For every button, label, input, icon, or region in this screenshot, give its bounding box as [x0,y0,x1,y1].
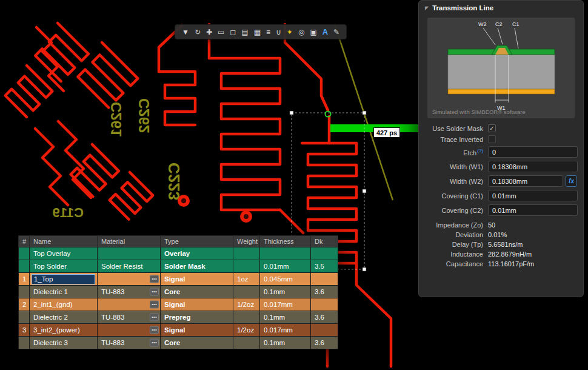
highlight-icon[interactable]: ✦ [287,29,293,36]
impedance-row: Impedance (Zo) 50 [425,221,577,229]
layers-icon[interactable]: ▤ [241,29,248,36]
material-picker-button[interactable]: ••• [150,326,159,334]
table-row[interactable]: Top Overlay Overlay [19,247,338,260]
panel-header: ◤ Transmission Line [419,1,583,15]
etch-row: Etch(?) [425,146,577,158]
etch-input[interactable] [488,146,578,158]
selection-handle[interactable] [362,111,366,115]
table-row[interactable]: Dielectric 2 TU-883 ••• Prepreg 0.1mm 3.… [19,311,338,324]
silkscreen-label: C261 [108,102,124,136]
move-icon[interactable]: ✚ [206,29,212,36]
table-row[interactable]: 2 2_int1_(gnd) ••• Signal 1/2oz 0.017mm [19,298,338,311]
deviation-value: 0.01% [488,231,507,238]
layer-stackup-table: # Name Material Type Weight Thickness Dk… [18,235,338,349]
covering-c2-label: Covering (C2) [425,207,483,214]
bottom-copper-layer [448,89,555,94]
text-icon[interactable]: A [322,28,328,36]
use-solder-mask-checkbox[interactable]: ✓ [488,124,496,132]
silkscreen-label: C262 [136,98,152,133]
target-icon[interactable]: ◎ [298,29,304,36]
silkscreen-label: C223 [165,163,183,200]
dim-label-w2: W2 [478,21,487,27]
trace-inverted-label: Trace Inverted [425,136,483,143]
covering-c1-label: Covering (C1) [425,192,483,200]
net-delay-badge: 427 ps [373,127,400,138]
material-picker-button[interactable]: ••• [150,314,159,321]
collapse-arrow-icon[interactable]: ◤ [425,5,429,11]
col-header-material: Material [98,236,161,247]
table-row[interactable]: Top Solder Solder Resist Solder Mask 0.0… [19,260,338,273]
delay-row: Delay (Tp) 5.6581ns/m [425,241,577,248]
board-outline-icon[interactable]: ◻ [230,29,236,36]
inductance-row: Inductance 282.8679nH/m [425,251,577,258]
width-w1-input[interactable] [488,161,578,172]
covering-c1-row: Covering (C1) [425,190,577,201]
trace-inverted-row: Trace Inverted [425,135,577,143]
dim-label-c1: C1 [512,21,520,27]
col-header-weight: Weight [233,236,260,247]
dim-label-c2: C2 [495,21,503,27]
table-row[interactable]: Dielectric 1 TU-883 ••• Core 0.1mm 3.6 [19,286,338,298]
deviation-row: Deviation 0.01% [425,231,577,238]
table-header-row: # Name Material Type Weight Thickness Dk [19,236,338,247]
table-row[interactable]: 3 3_int2_(power) ••• Signal 1/2oz 0.017m… [19,324,338,337]
simbeor-watermark: Simulated with SIMBEOR® software [432,109,526,115]
list-icon[interactable]: ≡ [266,29,270,36]
col-header-dk: Dk [311,236,338,247]
width-w1-row: Width (W1) [425,161,577,172]
panel-title: Transmission Line [432,4,493,12]
col-header-name: Name [30,236,98,247]
use-solder-mask-label: Use Solder Mask [425,125,483,132]
editor-toolbar: ▼ ↻ ✚ ▭ ◻ ▤ ▦ ≡ ∪ ✦ ◎ ▣ A ✎ [175,24,347,39]
col-header-thickness: Thickness [260,236,311,247]
width-w2-input[interactable] [488,175,563,187]
capacitance-value: 113.16017pF/m [488,260,534,267]
selection-handle[interactable] [362,189,366,193]
checkmark-icon: ✓ [489,125,494,132]
pcb-editor-window: C261 C262 C223 C119 [0,0,588,370]
results-block: Impedance (Zo) 50 Deviation 0.01% Delay … [419,221,583,267]
substrate-layer [448,55,555,89]
col-header-num: # [19,236,30,247]
grid-chart-icon[interactable]: ▦ [254,29,261,36]
cross-section-diagram: W2 C2 C1 W1 Simulated with SIMBEOR® soft… [427,18,575,118]
silkscreen-label: C119 [53,205,84,220]
width-w2-label: Width (W2) [425,178,483,185]
etch-label: Etch(?) [425,148,483,156]
region-select-icon[interactable]: ▭ [218,29,224,36]
col-header-type: Type [161,236,233,247]
delay-value: 5.6581ns/m [488,241,523,248]
selection-handle[interactable] [362,267,366,271]
material-picker-button[interactable]: ••• [150,301,159,309]
capacitance-row: Capacitance 113.16017pF/m [425,260,577,267]
pencil-icon[interactable]: ✎ [333,29,339,36]
covering-c2-input[interactable] [488,204,578,216]
trace-inverted-checkbox[interactable] [488,135,496,143]
material-picker-button[interactable]: ••• [150,288,159,296]
material-picker-button[interactable]: ••• [150,339,159,347]
covering-c1-input[interactable] [488,190,578,201]
silkscreen: C261 C262 C223 C119 [53,24,393,220]
magnet-snap-icon[interactable]: ∪ [276,29,281,36]
filter-icon[interactable]: ▼ [182,29,189,36]
image-icon[interactable]: ▣ [310,29,316,36]
layer-name-editor[interactable]: 1_Top [32,274,95,284]
impedance-value: 50 [488,221,495,229]
width-w2-row: Width (W2) fx [425,175,577,187]
inductance-value: 282.8679nH/m [488,251,532,258]
selection-handle[interactable] [290,111,293,115]
table-row[interactable]: Dielectric 3 TU-883 ••• Core 0.1mm 3.6 [19,337,338,349]
material-picker-button[interactable]: ••• [150,275,159,283]
width-w1-label: Width (W1) [425,163,483,170]
fx-formula-button[interactable]: fx [566,175,577,187]
table-row[interactable]: 1 1_Top ••• Signal 1oz 0.045mm [19,273,338,286]
lasso-select-icon[interactable]: ↻ [195,29,201,36]
transmission-line-panel: ◤ Transmission Line W2 [418,0,584,297]
covering-c2-row: Covering (C2) [425,204,577,216]
use-solder-mask-row: Use Solder Mask ✓ [425,124,577,132]
etch-hint[interactable]: (?) [477,148,483,153]
stackup-cross-section: W2 C2 C1 W1 [427,18,576,118]
